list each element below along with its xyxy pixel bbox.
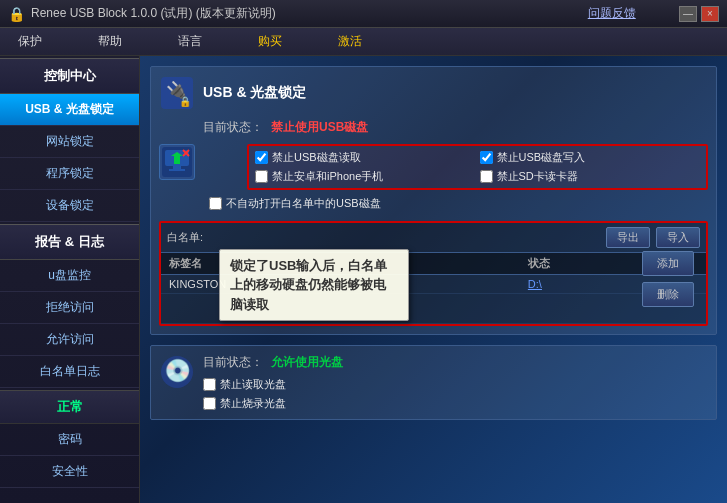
- sidebar-item-program-lock[interactable]: 程序锁定: [0, 158, 139, 190]
- svg-text:💿: 💿: [164, 357, 192, 384]
- usb-status-value: 禁止使用USB磁盘: [271, 119, 368, 136]
- content-area: 🔌 🔒 USB & 光盘锁定 目前状态： 禁止使用USB磁盘: [140, 56, 727, 503]
- title-bar-left: 🔒 Renee USB Block 1.0.0 (试用) (版本更新说明) 问题…: [8, 5, 636, 22]
- usb-section-panel: 🔌 🔒 USB & 光盘锁定 目前状态： 禁止使用USB磁盘: [150, 66, 717, 335]
- disable-autorun-label: 不自动打开白名单中的USB磁盘: [226, 196, 381, 211]
- disable-sd-card-label: 禁止SD卡读卡器: [497, 169, 578, 184]
- disable-disc-burn-item: 禁止烧录光盘: [203, 396, 708, 411]
- menu-bar: 保护 帮助 语言 购买 激活: [0, 28, 727, 56]
- usb-status-row: 目前状态： 禁止使用USB磁盘: [159, 119, 708, 136]
- usb-lock-icon: 🔌 🔒: [159, 75, 195, 111]
- sidebar-report-log: 报告 & 日志: [0, 224, 139, 260]
- sidebar-item-security[interactable]: 安全性: [0, 456, 139, 488]
- disable-android-iphone-item: 禁止安卓和iPhone手机: [255, 169, 476, 184]
- disable-usb-write-checkbox[interactable]: [480, 151, 493, 164]
- sidebar-item-password[interactable]: 密码: [0, 424, 139, 456]
- disc-lock-icon: 💿: [159, 354, 195, 390]
- main-layout: 控制中心 USB & 光盘锁定 网站锁定 程序锁定 设备锁定 报告 & 日志 u…: [0, 56, 727, 503]
- disable-sd-card-item: 禁止SD卡读卡器: [480, 169, 701, 184]
- minimize-button[interactable]: —: [679, 6, 697, 22]
- svg-rect-7: [169, 169, 185, 171]
- usb-section-title-row: 🔌 🔒 USB & 光盘锁定: [159, 75, 708, 111]
- sidebar-item-usb-lock[interactable]: USB & 光盘锁定: [0, 94, 139, 126]
- sidebar-item-usb-monitor[interactable]: u盘监控: [0, 260, 139, 292]
- svg-text:🔒: 🔒: [179, 95, 192, 108]
- sidebar-item-whitelist-log[interactable]: 白名单日志: [0, 356, 139, 388]
- sidebar-status: 正常: [0, 390, 139, 424]
- usb-section-title: USB & 光盘锁定: [203, 84, 306, 102]
- menu-buy[interactable]: 购买: [250, 29, 290, 54]
- action-buttons: 添加 删除: [642, 251, 694, 307]
- disable-disc-read-item: 禁止读取光盘: [203, 377, 708, 392]
- whitelist-label: 白名单:: [167, 230, 600, 245]
- tooltip-overlay: 锁定了USB输入后，白名单上的移动硬盘仍然能够被电脑读取: [219, 249, 409, 322]
- sidebar-item-website-lock[interactable]: 网站锁定: [0, 126, 139, 158]
- disable-disc-read-checkbox[interactable]: [203, 378, 216, 391]
- disable-usb-read-item: 禁止USB磁盘读取: [255, 150, 476, 165]
- disable-usb-write-item: 禁止USB磁盘写入: [480, 150, 701, 165]
- disc-section-panel: 💿 目前状态： 允许使用光盘 禁止读取光盘 禁止烧录光盘: [150, 345, 717, 420]
- disable-disc-burn-checkbox[interactable]: [203, 397, 216, 410]
- disable-usb-read-checkbox[interactable]: [255, 151, 268, 164]
- app-title: Renee USB Block 1.0.0 (试用) (版本更新说明): [31, 5, 276, 22]
- import-button[interactable]: 导入: [656, 227, 700, 248]
- app-icon: 🔒: [8, 6, 25, 22]
- disable-android-iphone-checkbox[interactable]: [255, 170, 268, 183]
- sidebar-item-allow-visit[interactable]: 允许访问: [0, 324, 139, 356]
- close-button[interactable]: ×: [701, 6, 719, 22]
- sidebar: 控制中心 USB & 光盘锁定 网站锁定 程序锁定 设备锁定 报告 & 日志 u…: [0, 56, 140, 503]
- title-bar-right: — ×: [679, 6, 719, 22]
- highlighted-checkbox-group: 禁止USB磁盘读取 禁止USB磁盘写入 禁止安卓和iPhone手机 禁: [247, 144, 708, 190]
- usb-status-label: 目前状态：: [203, 119, 263, 136]
- menu-language[interactable]: 语言: [170, 29, 210, 54]
- disc-status-row: 目前状态： 允许使用光盘: [203, 354, 708, 371]
- disc-status-label: 目前状态：: [203, 354, 263, 371]
- menu-activate[interactable]: 激活: [330, 29, 370, 54]
- svg-rect-6: [173, 166, 181, 169]
- export-button[interactable]: 导出: [606, 227, 650, 248]
- sidebar-control-center: 控制中心: [0, 58, 139, 94]
- menu-protect[interactable]: 保护: [10, 29, 50, 54]
- menu-help[interactable]: 帮助: [90, 29, 130, 54]
- title-bar: 🔒 Renee USB Block 1.0.0 (试用) (版本更新说明) 问题…: [0, 0, 727, 28]
- disable-android-iphone-label: 禁止安卓和iPhone手机: [272, 169, 383, 184]
- disable-sd-card-checkbox[interactable]: [480, 170, 493, 183]
- disable-autorun-item: 不自动打开白名单中的USB磁盘: [209, 196, 708, 211]
- disc-status-value: 允许使用光盘: [271, 354, 343, 371]
- disable-disc-burn-label: 禁止烧录光盘: [220, 396, 286, 411]
- disable-usb-write-label: 禁止USB磁盘写入: [497, 150, 586, 165]
- feedback-link[interactable]: 问题反馈: [588, 5, 636, 22]
- disable-disc-read-label: 禁止读取光盘: [220, 377, 286, 392]
- disable-autorun-checkbox[interactable]: [209, 197, 222, 210]
- add-button[interactable]: 添加: [642, 251, 694, 276]
- disable-usb-read-label: 禁止USB磁盘读取: [272, 150, 361, 165]
- delete-button[interactable]: 删除: [642, 282, 694, 307]
- tooltip-text: 锁定了USB输入后，白名单上的移动硬盘仍然能够被电脑读取: [230, 258, 387, 312]
- sidebar-item-reject-visit[interactable]: 拒绝访问: [0, 292, 139, 324]
- sidebar-item-device-lock[interactable]: 设备锁定: [0, 190, 139, 222]
